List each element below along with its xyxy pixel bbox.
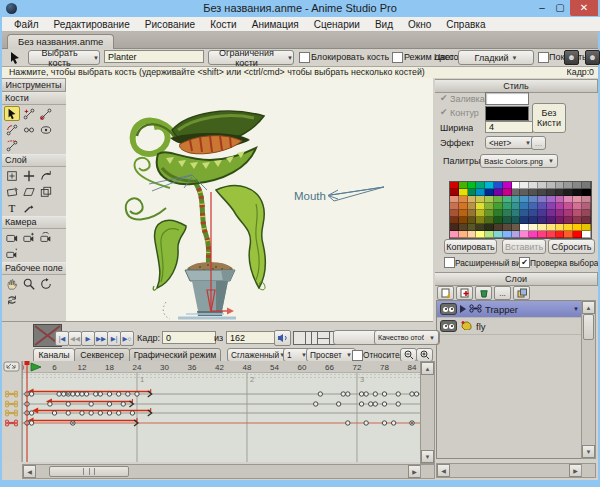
delete-layer-button[interactable] bbox=[475, 286, 492, 300]
menu-file[interactable]: Файл bbox=[14, 19, 39, 30]
palette-swatch[interactable] bbox=[459, 189, 468, 196]
width-input[interactable] bbox=[485, 121, 533, 133]
palette-swatch[interactable] bbox=[520, 189, 529, 196]
palette-swatch[interactable] bbox=[485, 217, 494, 224]
palette-dropdown[interactable]: Basic Colors.png▼ bbox=[480, 154, 558, 168]
outline-check-icon[interactable]: ✔ bbox=[440, 107, 448, 117]
timeline-zoom-out-button[interactable] bbox=[400, 348, 417, 362]
palette-swatch[interactable] bbox=[582, 189, 591, 196]
palette-swatch[interactable] bbox=[573, 189, 582, 196]
palette-swatch[interactable] bbox=[538, 189, 547, 196]
pan-workspace-tool[interactable] bbox=[4, 276, 20, 291]
palette-swatch[interactable] bbox=[485, 210, 494, 217]
person-icon-button[interactable]: ☻ bbox=[585, 50, 600, 65]
palette-swatch[interactable] bbox=[547, 231, 556, 238]
palette-swatch[interactable] bbox=[573, 182, 582, 189]
palette-swatch[interactable] bbox=[512, 182, 521, 189]
palette-swatch[interactable] bbox=[520, 217, 529, 224]
palette-swatch[interactable] bbox=[476, 224, 485, 231]
scrollbar-thumb[interactable] bbox=[583, 314, 594, 340]
menu-edit[interactable]: Редактирование bbox=[54, 19, 130, 30]
palette-swatch[interactable] bbox=[556, 210, 565, 217]
new-layer-button[interactable] bbox=[437, 286, 454, 300]
palette-swatch[interactable] bbox=[529, 210, 538, 217]
palette-swatch[interactable] bbox=[494, 196, 503, 203]
palette-swatch[interactable] bbox=[512, 210, 521, 217]
fill-check-icon[interactable]: ✔ bbox=[440, 93, 448, 103]
palette-swatch[interactable] bbox=[450, 203, 459, 210]
palette-swatch[interactable] bbox=[573, 196, 582, 203]
palette-swatch[interactable] bbox=[564, 203, 573, 210]
palette-swatch[interactable] bbox=[556, 203, 565, 210]
timeline-area[interactable]: 6121824303642485460667278841230 bbox=[2, 361, 433, 462]
bone-strength-tool[interactable] bbox=[38, 122, 54, 137]
roll-camera-tool[interactable] bbox=[38, 230, 54, 245]
timeline-zoom-in-button[interactable] bbox=[416, 348, 433, 362]
translate-bone-tool[interactable] bbox=[21, 106, 37, 121]
palette-swatch[interactable] bbox=[547, 189, 556, 196]
palette-swatch[interactable] bbox=[459, 203, 468, 210]
offset-bone-tool[interactable] bbox=[21, 122, 37, 137]
palette-swatch[interactable] bbox=[450, 217, 459, 224]
palette-swatch[interactable] bbox=[529, 189, 538, 196]
palette-swatch[interactable] bbox=[573, 217, 582, 224]
palette-swatch[interactable] bbox=[468, 224, 477, 231]
layer-row-trapper[interactable]: Trapper▼ bbox=[437, 301, 582, 318]
maximize-button[interactable]: ▢ bbox=[552, 0, 568, 16]
palette-swatch[interactable] bbox=[573, 203, 582, 210]
palette-swatch[interactable] bbox=[538, 210, 547, 217]
expand-triangle-icon[interactable] bbox=[460, 305, 466, 313]
palette-swatch[interactable] bbox=[459, 224, 468, 231]
bone-name-input[interactable] bbox=[104, 50, 204, 63]
palette-swatch[interactable] bbox=[582, 203, 591, 210]
palette-swatch[interactable] bbox=[494, 189, 503, 196]
palette-swatch[interactable] bbox=[573, 224, 582, 231]
palette-swatch[interactable] bbox=[450, 189, 459, 196]
palette-swatch[interactable] bbox=[494, 224, 503, 231]
relative-checkbox[interactable] bbox=[352, 350, 363, 361]
reset-view-tool[interactable] bbox=[4, 292, 20, 307]
step-forward-button[interactable]: ▶▶ bbox=[94, 331, 108, 346]
jump-to-start-button[interactable]: |◀ bbox=[55, 331, 69, 346]
palette-swatch[interactable] bbox=[476, 231, 485, 238]
scroll-up-icon[interactable]: ▲ bbox=[421, 362, 434, 375]
palette-swatch[interactable] bbox=[468, 189, 477, 196]
palette-swatch[interactable] bbox=[459, 231, 468, 238]
palette-swatch[interactable] bbox=[556, 224, 565, 231]
palette-swatch[interactable] bbox=[459, 196, 468, 203]
palette-swatch[interactable] bbox=[476, 189, 485, 196]
bone-constraints-button[interactable]: Ограничения кости▼ bbox=[208, 50, 294, 65]
palette-swatch[interactable] bbox=[476, 182, 485, 189]
reset-style-button[interactable]: Сбросить bbox=[548, 239, 595, 254]
palette-swatch[interactable] bbox=[450, 210, 459, 217]
palette-swatch[interactable] bbox=[556, 182, 565, 189]
palette-swatch[interactable] bbox=[512, 196, 521, 203]
palette-swatch[interactable] bbox=[556, 196, 565, 203]
palette-swatch[interactable] bbox=[468, 217, 477, 224]
lock-bone-checkbox[interactable] bbox=[299, 52, 310, 63]
palette-swatch[interactable] bbox=[564, 210, 573, 217]
loop-button[interactable]: ▶○ bbox=[120, 331, 134, 346]
zoom-camera-tool[interactable] bbox=[21, 230, 37, 245]
layer-visibility-icon[interactable] bbox=[440, 303, 457, 315]
palette-swatch[interactable] bbox=[476, 203, 485, 210]
palette-swatch[interactable] bbox=[494, 217, 503, 224]
menu-view[interactable]: Вид bbox=[375, 19, 393, 30]
palette-swatch[interactable] bbox=[529, 224, 538, 231]
flip-layer-tool[interactable] bbox=[4, 184, 20, 199]
palette-swatch[interactable] bbox=[503, 182, 512, 189]
palette-swatch[interactable] bbox=[503, 231, 512, 238]
palette-swatch[interactable] bbox=[485, 196, 494, 203]
palette-swatch[interactable] bbox=[538, 196, 547, 203]
rotate-layer-tool[interactable] bbox=[38, 168, 54, 183]
paste-style-button[interactable]: Вставить bbox=[502, 239, 546, 254]
palette-swatch[interactable] bbox=[520, 203, 529, 210]
palette-swatch[interactable] bbox=[520, 182, 529, 189]
palette-swatch[interactable] bbox=[520, 224, 529, 231]
show-labels-checkbox[interactable] bbox=[538, 52, 549, 63]
mouth-bone[interactable]: Mouth bbox=[294, 187, 384, 202]
zoom-workspace-tool[interactable] bbox=[21, 276, 37, 291]
palette-swatch[interactable] bbox=[547, 203, 556, 210]
scroll-up-icon[interactable]: ▲ bbox=[582, 301, 595, 314]
palette-swatch[interactable] bbox=[450, 224, 459, 231]
